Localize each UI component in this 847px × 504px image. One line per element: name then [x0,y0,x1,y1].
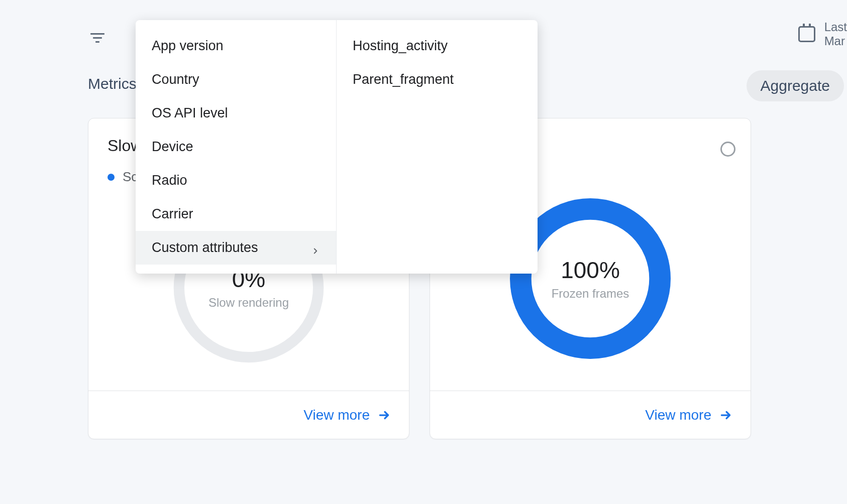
dropdown-item[interactable]: Device [136,130,336,164]
date-range-text: Last Mar [824,20,847,48]
dropdown-item[interactable]: Radio [136,164,336,197]
donut-sublabel: Frozen frames [552,287,629,301]
card-footer: View more [88,391,409,439]
card-footer: View more [430,391,751,439]
view-more-label: View more [645,407,711,423]
arrow-right-icon [378,409,391,422]
legend-dot-icon [108,174,115,181]
donut-sublabel: Slow rendering [208,296,289,310]
dropdown-item-label: Radio [152,173,187,188]
date-top: Last [824,20,847,34]
view-more-button[interactable]: View more [303,407,391,423]
calendar-icon[interactable] [798,26,815,42]
dropdown-col-primary: App versionCountryOS API levelDeviceRadi… [136,20,337,274]
dropdown-item[interactable]: Custom attributes [136,231,336,265]
chevron-right-icon [311,243,320,253]
metrics-label: Metrics [88,75,137,92]
dropdown-item-label: OS API level [152,105,228,121]
date-range-section: Last Mar [798,20,847,48]
date-bottom: Mar [824,34,847,48]
dropdown-item-label: Parent_fragment [353,72,454,87]
dropdown-col-secondary: Hosting_activityParent_fragment [337,20,538,274]
dropdown-item[interactable]: Country [136,63,336,96]
dropdown-item-label: Device [152,139,193,155]
dropdown-item[interactable]: Parent_fragment [337,63,538,96]
view-more-button[interactable]: View more [645,407,732,423]
dropdown-item[interactable]: Carrier [136,197,336,231]
aggregate-chip[interactable]: Aggregate [747,70,844,101]
donut-value: 100% [561,257,620,284]
filter-dropdown: App versionCountryOS API levelDeviceRadi… [136,20,538,274]
dropdown-item[interactable]: Hosting_activity [337,29,538,63]
help-icon[interactable] [720,142,735,157]
dropdown-item[interactable]: OS API level [136,96,336,130]
dropdown-item-label: Custom attributes [152,240,258,256]
filter-icon[interactable] [90,31,108,45]
metrics-row: Metrics [88,75,137,92]
dropdown-item[interactable]: App version [136,29,336,63]
dropdown-item-label: Carrier [152,206,193,222]
dropdown-item-label: App version [152,38,224,54]
view-more-label: View more [303,407,370,423]
arrow-right-icon [719,409,732,422]
dropdown-item-label: Hosting_activity [353,38,448,54]
dropdown-item-label: Country [152,72,199,87]
